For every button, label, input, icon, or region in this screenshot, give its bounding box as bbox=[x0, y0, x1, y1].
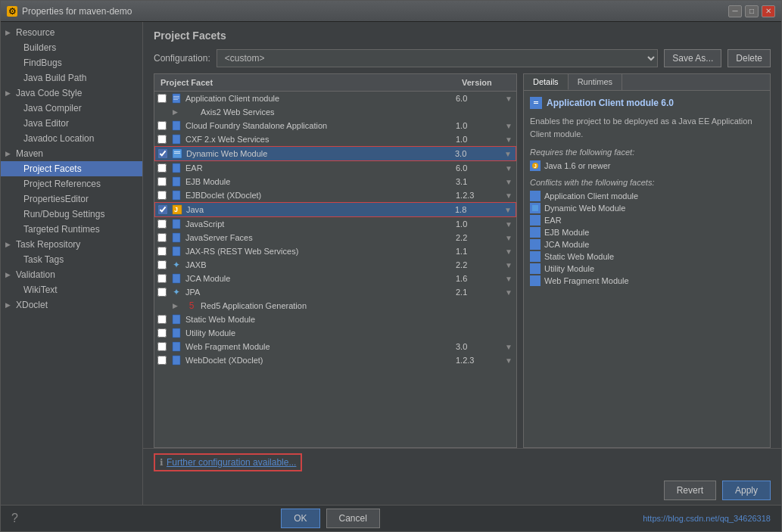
facet-checkbox[interactable] bbox=[157, 328, 167, 338]
sidebar-item-java-editor[interactable]: Java Editor bbox=[1, 116, 142, 131]
facet-row[interactable]: JavaServer Faces 2.2 ▼ bbox=[154, 231, 516, 244]
facet-version-select[interactable]: ▼ bbox=[501, 220, 516, 229]
facet-checkbox-container[interactable] bbox=[154, 191, 170, 200]
sidebar-item-project-facets[interactable]: Project Facets bbox=[1, 161, 142, 176]
sidebar-item-maven[interactable]: ▶ Maven bbox=[1, 146, 142, 161]
facet-version-select[interactable]: ▼ bbox=[501, 191, 516, 200]
facet-version-select[interactable]: ▼ bbox=[501, 343, 516, 351]
facet-version-select[interactable]: ▼ bbox=[500, 150, 516, 158]
facet-checkbox-container[interactable] bbox=[154, 356, 170, 365]
facet-checkbox[interactable] bbox=[157, 219, 167, 229]
facet-checkbox-container[interactable] bbox=[155, 149, 170, 158]
facet-version-select[interactable]: ▼ bbox=[501, 164, 516, 173]
facet-version-select[interactable]: ▼ bbox=[500, 206, 516, 214]
facet-row[interactable]: Static Web Module bbox=[154, 313, 516, 326]
maximize-button[interactable]: □ bbox=[745, 5, 759, 17]
facet-version-select[interactable]: ▼ bbox=[501, 288, 516, 297]
facet-checkbox[interactable] bbox=[157, 247, 167, 256]
facet-row[interactable]: CXF 2.x Web Services 1.0 ▼ bbox=[154, 132, 516, 146]
facet-checkbox-container[interactable] bbox=[154, 233, 170, 242]
facet-version-select[interactable]: ▼ bbox=[501, 356, 516, 365]
facet-checkbox[interactable] bbox=[157, 121, 167, 130]
sidebar-item-java-build-path[interactable]: Java Build Path bbox=[1, 70, 142, 86]
sidebar-item-java-code-style[interactable]: ▶ Java Code Style bbox=[1, 86, 142, 101]
further-config-link[interactable]: ℹ Further configuration available... bbox=[154, 453, 302, 471]
facet-checkbox[interactable] bbox=[157, 191, 167, 200]
facet-version-select[interactable]: ▼ bbox=[501, 234, 516, 242]
facet-version-select[interactable]: ▼ bbox=[501, 247, 516, 256]
delete-button[interactable]: Delete bbox=[727, 49, 771, 67]
sidebar-item-java-compiler[interactable]: Java Compiler bbox=[1, 101, 142, 116]
facet-version-select[interactable]: ▼ bbox=[501, 135, 516, 144]
sidebar-item-project-references[interactable]: Project References bbox=[1, 176, 142, 191]
facet-checkbox[interactable] bbox=[157, 177, 167, 186]
facet-checkbox[interactable] bbox=[157, 135, 167, 144]
facet-row[interactable]: Cloud Foundry Standalone Application 1.0… bbox=[154, 119, 516, 132]
save-as-button[interactable]: Save As... bbox=[664, 49, 721, 67]
facet-checkbox[interactable] bbox=[157, 342, 167, 351]
facet-checkbox-container[interactable] bbox=[155, 205, 170, 214]
facet-version-select[interactable]: ▼ bbox=[501, 178, 516, 186]
facet-row[interactable]: ✦ JAXB 2.2 ▼ bbox=[154, 258, 516, 272]
facet-checkbox[interactable] bbox=[157, 274, 167, 283]
facet-row[interactable]: WebDoclet (XDoclet) 1.2.3 ▼ bbox=[154, 353, 516, 367]
revert-button[interactable]: Revert bbox=[664, 481, 716, 500]
sidebar-item-builders[interactable]: Builders bbox=[1, 40, 142, 55]
sidebar-item-task-repository[interactable]: ▶ Task Repository bbox=[1, 237, 142, 252]
cancel-button[interactable]: Cancel bbox=[326, 509, 380, 528]
sidebar-item-resource[interactable]: ▶ Resource bbox=[1, 25, 142, 40]
sidebar-item-findbugs[interactable]: FindBugs bbox=[1, 55, 142, 70]
facet-checkbox-container[interactable] bbox=[154, 121, 170, 130]
facet-row-java[interactable]: J Java 1.8 ▼ bbox=[154, 202, 516, 217]
facet-version-select[interactable]: ▼ bbox=[501, 95, 516, 103]
minimize-button[interactable]: ─ bbox=[728, 5, 742, 17]
ok-button[interactable]: OK bbox=[281, 509, 319, 528]
facet-group-row[interactable]: ▶ 5 Red5 Application Generation bbox=[154, 299, 516, 313]
facet-checkbox[interactable] bbox=[157, 356, 167, 365]
facet-row[interactable]: Web Fragment Module 3.0 ▼ bbox=[154, 340, 516, 353]
facet-checkbox[interactable] bbox=[157, 260, 167, 269]
facet-checkbox-container[interactable] bbox=[154, 315, 170, 324]
facet-row[interactable]: EJB Module 3.1 ▼ bbox=[154, 175, 516, 188]
facet-group-row[interactable]: ▶ Axis2 Web Services bbox=[154, 105, 516, 119]
facet-version-select[interactable]: ▼ bbox=[501, 275, 516, 283]
sidebar-item-wikitext[interactable]: WikiText bbox=[1, 282, 142, 297]
facet-checkbox-java[interactable] bbox=[158, 205, 167, 214]
facet-checkbox-container[interactable] bbox=[154, 177, 170, 186]
further-config-text[interactable]: Further configuration available... bbox=[167, 457, 296, 468]
facet-checkbox-container[interactable] bbox=[154, 328, 170, 338]
sidebar-item-task-tags[interactable]: Task Tags bbox=[1, 252, 142, 267]
tab-runtimes[interactable]: Runtimes bbox=[569, 74, 622, 90]
tab-details[interactable]: Details bbox=[524, 74, 569, 90]
facet-checkbox[interactable] bbox=[157, 94, 167, 103]
facet-checkbox[interactable] bbox=[157, 315, 167, 324]
sidebar-item-javadoc-location[interactable]: Javadoc Location bbox=[1, 131, 142, 146]
sidebar-item-validation[interactable]: ▶ Validation bbox=[1, 267, 142, 282]
facet-version-select[interactable]: ▼ bbox=[501, 122, 516, 130]
facet-checkbox-container[interactable] bbox=[154, 342, 170, 351]
sidebar-item-properties-editor[interactable]: PropertiesEditor bbox=[1, 191, 142, 207]
facet-row[interactable]: Application Client module 6.0 ▼ bbox=[154, 92, 516, 105]
facet-row-dynamic-web[interactable]: Dynamic Web Module 3.0 ▼ bbox=[154, 146, 516, 161]
sidebar-item-targeted-runtimes[interactable]: Targeted Runtimes bbox=[1, 222, 142, 237]
facet-checkbox-container[interactable] bbox=[154, 219, 170, 229]
facet-row[interactable]: EAR 6.0 ▼ bbox=[154, 161, 516, 175]
facet-checkbox-container[interactable] bbox=[154, 94, 170, 103]
help-icon[interactable]: ? bbox=[11, 512, 18, 525]
facet-version-select[interactable]: ▼ bbox=[501, 261, 516, 269]
facet-checkbox-container[interactable] bbox=[154, 247, 170, 256]
facet-checkbox-container[interactable] bbox=[154, 288, 170, 297]
facet-checkbox-container[interactable] bbox=[154, 163, 170, 173]
facet-checkbox[interactable] bbox=[157, 288, 167, 297]
facet-checkbox-container[interactable] bbox=[154, 274, 170, 283]
configuration-select[interactable]: <custom> bbox=[217, 49, 659, 67]
facet-checkbox-container[interactable] bbox=[154, 135, 170, 144]
facet-row[interactable]: ✦ JPA 2.1 ▼ bbox=[154, 285, 516, 299]
facet-row[interactable]: EJBDoclet (XDoclet) 1.2.3 ▼ bbox=[154, 188, 516, 202]
sidebar-item-run-debug[interactable]: Run/Debug Settings bbox=[1, 207, 142, 222]
facet-checkbox[interactable] bbox=[157, 163, 167, 173]
facet-row-utility-module[interactable]: Utility Module bbox=[154, 326, 516, 340]
facet-row[interactable]: JCA Module 1.6 ▼ bbox=[154, 272, 516, 285]
facet-checkbox-container[interactable] bbox=[154, 260, 170, 269]
facet-row[interactable]: JavaScript 1.0 ▼ bbox=[154, 217, 516, 231]
